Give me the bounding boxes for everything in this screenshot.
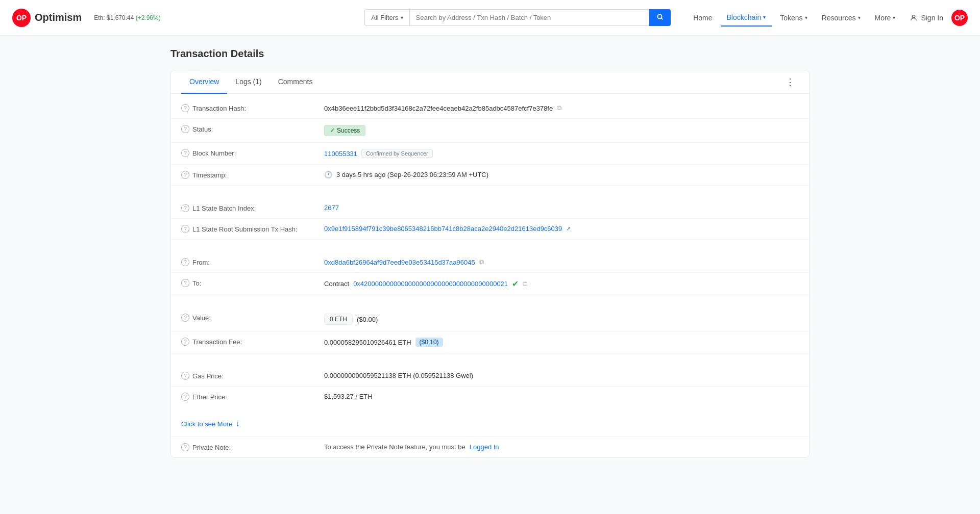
copy-icon[interactable]: ⧉ (479, 258, 484, 266)
help-icon[interactable]: ? (181, 225, 189, 233)
verified-icon: ✔ (512, 279, 519, 289)
status-value: Success (324, 125, 799, 136)
nav-home[interactable]: Home (687, 10, 718, 26)
value-label: ? Value: (181, 314, 324, 322)
transaction-card: Overview Logs (1) Comments ⋮ ? Transacti… (170, 70, 810, 458)
logo-text: Optimism (35, 12, 82, 23)
help-icon[interactable]: ? (181, 171, 189, 179)
help-icon[interactable]: ? (181, 338, 189, 346)
l1-root-link[interactable]: 0x9e1f915894f791c39be8065348216bb741c8b2… (324, 225, 562, 233)
main-content: Transaction Details Overview Logs (1) Co… (158, 36, 822, 470)
from-value: 0xd8da6bf26964af9d7eed9e03e53415d37aa960… (324, 258, 799, 266)
ether-price-value: $1,593.27 / ETH (324, 393, 799, 400)
header: OP Optimism Eth: $1,670.44 (+2.96%) All … (0, 0, 980, 36)
eth-amount: 0 ETH (324, 314, 353, 325)
spacer-row (171, 186, 809, 198)
spacer-row-3 (171, 295, 809, 307)
transaction-hash-row: ? Transaction Hash: 0x4b36eee11f2bbd5d3f… (171, 98, 809, 119)
detail-table: ? Transaction Hash: 0x4b36eee11f2bbd5d3f… (171, 94, 809, 411)
copy-icon[interactable]: ⧉ (557, 104, 561, 112)
from-row: ? From: 0xd8da6bf26964af9d7eed9e03e53415… (171, 252, 809, 273)
nav: Home Blockchain ▾ Tokens ▾ Resources ▾ M… (687, 9, 968, 27)
search-area: All Filters ▾ (364, 9, 671, 26)
click-more-button[interactable]: Click to see More ↓ (171, 411, 809, 436)
svg-line-1 (662, 18, 663, 20)
logged-in-link[interactable]: Logged In (470, 443, 499, 451)
gas-price-row: ? Gas Price: 0.000000000059521138 ETH (0… (171, 366, 809, 387)
filter-button[interactable]: All Filters ▾ (364, 9, 409, 26)
help-icon[interactable]: ? (181, 204, 189, 212)
l1-batch-row: ? L1 State Batch Index: 2677 (171, 198, 809, 219)
help-icon[interactable]: ? (181, 125, 189, 133)
gas-price-label: ? Gas Price: (181, 372, 324, 380)
clock-icon: 🕐 (324, 171, 332, 178)
private-note-value: To access the Private Note feature, you … (324, 443, 799, 451)
from-link[interactable]: 0xd8da6bf26964af9d7eed9e03e53415d37aa960… (324, 259, 475, 266)
private-note-label: ? Private Note: (181, 443, 324, 451)
spacer-row-2 (171, 240, 809, 252)
status-row: ? Status: Success (171, 119, 809, 143)
nav-more[interactable]: More ▾ (869, 10, 902, 26)
help-icon[interactable]: ? (181, 393, 189, 401)
fee-row: ? Transaction Fee: 0.000058295010926461 … (171, 331, 809, 353)
user-avatar[interactable]: OP (951, 10, 968, 26)
tab-overview[interactable]: Overview (181, 70, 227, 94)
logo-link[interactable]: OP Optimism (12, 9, 82, 27)
svg-point-2 (913, 15, 915, 17)
chevron-down-icon: ▾ (893, 15, 895, 20)
help-icon[interactable]: ? (181, 443, 189, 451)
private-note-row: ? Private Note: To access the Private No… (171, 436, 809, 457)
block-number-link[interactable]: 110055331 (324, 150, 357, 158)
search-button[interactable] (649, 9, 671, 26)
transaction-hash-label: ? Transaction Hash: (181, 104, 324, 112)
nav-resources[interactable]: Resources ▾ (816, 10, 867, 26)
l1-batch-link[interactable]: 2677 (324, 204, 339, 212)
tab-bar: Overview Logs (1) Comments ⋮ (171, 70, 809, 94)
eth-price: Eth: $1,670.44 (+2.96%) (94, 14, 160, 21)
person-icon (910, 14, 918, 22)
block-number-value: 110055331 Confirmed by Sequencer (324, 149, 799, 158)
search-icon (656, 13, 664, 20)
help-icon[interactable]: ? (181, 372, 189, 380)
tab-comments[interactable]: Comments (270, 70, 321, 94)
fee-usd-badge: ($0.10) (415, 338, 443, 347)
ether-price-label: ? Ether Price: (181, 393, 324, 401)
sign-in-button[interactable]: Sign In (903, 10, 949, 26)
svg-point-0 (657, 14, 662, 18)
l1-batch-label: ? L1 State Batch Index: (181, 204, 324, 212)
block-number-label: ? Block Number: (181, 149, 324, 157)
timestamp-label: ? Timestamp: (181, 171, 324, 179)
arrow-down-icon: ↓ (235, 419, 239, 428)
help-icon[interactable]: ? (181, 104, 189, 112)
to-row: ? To: Contract 0x42000000000000000000000… (171, 273, 809, 295)
fee-value: 0.000058295010926461 ETH ($0.10) (324, 338, 799, 347)
tab-logs[interactable]: Logs (1) (227, 70, 270, 94)
nav-tokens[interactable]: Tokens ▾ (774, 10, 813, 26)
fee-label: ? Transaction Fee: (181, 338, 324, 346)
copy-icon[interactable]: ⧉ (523, 280, 527, 288)
search-input[interactable] (409, 9, 650, 26)
page-title: Transaction Details (170, 48, 810, 60)
value-value: 0 ETH ($0.00) (324, 314, 799, 325)
chevron-down-icon: ▾ (858, 15, 861, 20)
block-number-row: ? Block Number: 110055331 Confirmed by S… (171, 143, 809, 165)
external-link-icon: ↗ (566, 225, 571, 232)
to-value: Contract 0x42000000000000000000000000000… (324, 279, 799, 289)
help-icon[interactable]: ? (181, 279, 189, 287)
help-icon[interactable]: ? (181, 258, 189, 266)
more-options-button[interactable]: ⋮ (781, 72, 799, 92)
to-link[interactable]: 0x42000000000000000000000000000000000000… (353, 280, 508, 288)
gas-price-value: 0.000000000059521138 ETH (0.059521138 Gw… (324, 372, 799, 379)
help-icon[interactable]: ? (181, 149, 189, 157)
nav-blockchain[interactable]: Blockchain ▾ (721, 9, 772, 27)
to-label: ? To: (181, 279, 324, 287)
from-label: ? From: (181, 258, 324, 266)
help-icon[interactable]: ? (181, 314, 189, 322)
status-badge: Success (324, 125, 365, 136)
l1-root-row: ? L1 State Root Submission Tx Hash: 0x9e… (171, 219, 809, 240)
l1-root-value: 0x9e1f915894f791c39be8065348216bb741c8b2… (324, 225, 799, 233)
status-label: ? Status: (181, 125, 324, 133)
timestamp-value: 🕐 3 days 5 hrs ago (Sep-26-2023 06:23:59… (324, 171, 799, 178)
l1-root-label: ? L1 State Root Submission Tx Hash: (181, 225, 324, 233)
l1-batch-value: 2677 (324, 204, 799, 212)
